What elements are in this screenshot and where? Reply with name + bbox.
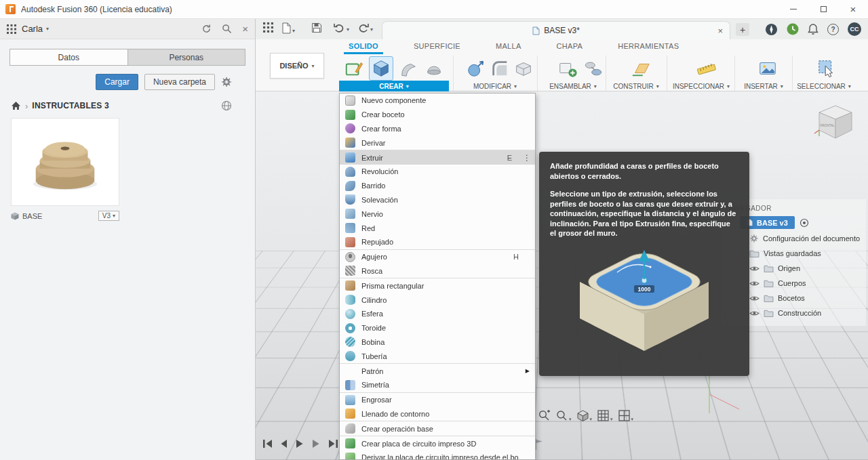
extrude-tool[interactable] bbox=[370, 57, 393, 80]
settings-gear-icon[interactable] bbox=[221, 77, 232, 87]
menu-item-web[interactable]: Red bbox=[340, 221, 535, 235]
group-dropdown-inspeccionar[interactable]: INSPECCIONAR▾ bbox=[670, 81, 732, 91]
item-name: BASE bbox=[22, 212, 42, 220]
save-icon[interactable] bbox=[311, 22, 322, 33]
menu-item-component[interactable]: Nuevo componente bbox=[340, 93, 535, 108]
revolve-tool[interactable] bbox=[422, 57, 446, 80]
group-dropdown-insertar[interactable]: INSERTAR▾ bbox=[736, 81, 791, 91]
menu-item-emboss[interactable]: Repujado bbox=[340, 235, 535, 249]
menu-item-thread[interactable]: Rosca bbox=[340, 264, 535, 278]
menu-item-mirror[interactable]: Simetría bbox=[340, 378, 535, 392]
maximize-button[interactable] bbox=[808, 0, 838, 18]
new-tab-button[interactable]: + bbox=[736, 23, 749, 36]
help-icon[interactable]: ? bbox=[827, 24, 839, 35]
visibility-eye-icon[interactable] bbox=[749, 265, 760, 272]
timeline-playback-controls[interactable] bbox=[260, 436, 342, 451]
ribbon-tab-malla[interactable]: MALLA bbox=[491, 39, 526, 54]
minimize-button[interactable] bbox=[778, 0, 808, 18]
close-tab-icon[interactable]: × bbox=[717, 26, 723, 35]
document-tab[interactable]: BASE v3* × bbox=[382, 21, 730, 39]
search-icon[interactable] bbox=[222, 24, 232, 34]
measure-tool[interactable] bbox=[695, 57, 718, 80]
menu-item-loft[interactable]: Solevación bbox=[340, 193, 535, 207]
project-name[interactable]: INSTRUCTABLES 3 bbox=[32, 101, 108, 110]
grid-settings-icon[interactable]: ▾ bbox=[597, 409, 613, 422]
part-cube-icon bbox=[11, 212, 19, 220]
close-button[interactable]: × bbox=[838, 0, 868, 18]
notifications-bell-icon[interactable] bbox=[808, 23, 818, 35]
close-panel-icon[interactable]: × bbox=[242, 24, 248, 34]
zoom-window-icon[interactable]: ▾ bbox=[555, 409, 572, 422]
globe-icon[interactable] bbox=[221, 100, 232, 111]
menu-item-pcb[interactable]: Crear placa de circuito impreso 3D bbox=[340, 436, 535, 451]
ribbon-tab-chapa[interactable]: CHAPA bbox=[552, 39, 588, 54]
ribbon-tab-herramientas[interactable]: HERRAMIENTAS bbox=[613, 39, 684, 54]
version-dropdown[interactable]: V3▾ bbox=[98, 211, 119, 221]
viewports-icon[interactable]: ▾ bbox=[618, 409, 634, 422]
tab-datos[interactable]: Datos bbox=[9, 49, 128, 66]
construction-plane-tool[interactable] bbox=[629, 57, 652, 80]
menu-item-box[interactable]: Prisma rectangular bbox=[340, 278, 535, 293]
menu-item-pcb-derive[interactable]: Derivar la placa de circuito impreso des… bbox=[340, 451, 535, 460]
extensions-compass-icon[interactable] bbox=[765, 23, 778, 36]
tab-personas[interactable]: Personas bbox=[128, 49, 246, 66]
group-dropdown-seleccionar[interactable]: SELECCIONAR▾ bbox=[795, 81, 853, 91]
menu-item-derive[interactable]: Derivar bbox=[340, 135, 535, 150]
press-pull-tool[interactable] bbox=[465, 57, 488, 80]
dimension-label: 1000 bbox=[638, 285, 651, 292]
joint-tool[interactable] bbox=[582, 57, 605, 80]
menu-item-base-feature[interactable]: Crear operación base bbox=[340, 421, 535, 436]
folder-icon bbox=[764, 309, 774, 317]
menu-item-form[interactable]: Crear forma bbox=[340, 122, 535, 136]
menu-item-torus[interactable]: Toroide bbox=[340, 321, 535, 335]
menu-item-rib[interactable]: Nervio bbox=[340, 207, 535, 221]
menu-item-coil[interactable]: Bobina bbox=[340, 335, 535, 350]
menu-item-sweep[interactable]: Barrido bbox=[340, 179, 535, 193]
display-settings-icon[interactable]: ▾ bbox=[576, 409, 593, 422]
user-menu[interactable]: Carla▾ bbox=[22, 24, 49, 34]
home-icon[interactable] bbox=[11, 101, 21, 110]
file-menu-icon[interactable]: ▾ bbox=[281, 22, 295, 34]
menu-item-hole[interactable]: Agujero H bbox=[340, 250, 535, 264]
menu-item-sketch[interactable]: Crear boceto bbox=[340, 108, 535, 122]
new-component-tool[interactable] bbox=[556, 57, 579, 80]
menu-item-cylinder[interactable]: Cilindro bbox=[340, 293, 535, 307]
select-tool[interactable] bbox=[815, 57, 838, 80]
user-avatar[interactable]: CC bbox=[848, 22, 861, 36]
create-sketch-tool[interactable] bbox=[342, 57, 366, 80]
refresh-icon[interactable] bbox=[201, 24, 212, 34]
view-cube[interactable]: FRONTAL bbox=[814, 102, 857, 145]
menu-item-revolve[interactable]: Revolución bbox=[340, 165, 535, 179]
fillet-tool[interactable] bbox=[488, 57, 511, 80]
ribbon-tab-solido[interactable]: SOLIDO bbox=[344, 39, 383, 54]
group-dropdown-construir[interactable]: CONSTRUIR▾ bbox=[609, 81, 663, 91]
job-status-icon[interactable] bbox=[787, 23, 799, 35]
activate-component-icon[interactable] bbox=[800, 218, 809, 228]
visibility-eye-icon[interactable] bbox=[749, 280, 760, 287]
project-item-card[interactable] bbox=[11, 118, 119, 206]
upload-button[interactable]: Cargar bbox=[96, 74, 138, 90]
group-dropdown-crear[interactable]: CREAR▾ bbox=[339, 81, 449, 91]
data-panel-toggle-icon[interactable] bbox=[263, 22, 273, 33]
workspace-selector[interactable]: DISEÑO▾ bbox=[270, 53, 324, 79]
shell-tool[interactable] bbox=[512, 57, 535, 80]
visibility-eye-icon[interactable] bbox=[749, 310, 760, 317]
visibility-eye-icon[interactable] bbox=[749, 295, 760, 302]
menu-item-pipe[interactable]: Tubería bbox=[340, 349, 535, 363]
group-dropdown-ensamblar[interactable]: ENSAMBLAR▾ bbox=[546, 81, 600, 91]
menu-item-pattern[interactable]: Patrón ▶ bbox=[340, 364, 535, 378]
insert-image-tool[interactable] bbox=[756, 57, 779, 80]
menu-item-sphere[interactable]: Esfera bbox=[340, 307, 535, 321]
group-dropdown-modificar[interactable]: MODIFICAR▾ bbox=[468, 81, 522, 91]
redo-icon[interactable]: ▾ bbox=[357, 22, 373, 33]
ribbon-tab-superficie[interactable]: SUPERFICIE bbox=[409, 39, 465, 54]
zoom-fit-icon[interactable] bbox=[538, 409, 551, 422]
new-folder-button[interactable]: Nueva carpeta bbox=[144, 74, 215, 90]
sweep-tool[interactable] bbox=[397, 57, 420, 80]
undo-icon[interactable]: ▾ bbox=[334, 22, 349, 33]
item-options-icon[interactable]: ⋮ bbox=[523, 153, 530, 163]
menu-item-extrude[interactable]: Extruir E ⋮ bbox=[340, 150, 535, 165]
menu-item-boundary[interactable]: Llenado de contorno bbox=[340, 407, 535, 421]
app-grid-icon[interactable] bbox=[7, 24, 16, 34]
menu-item-thicken[interactable]: Engrosar bbox=[340, 393, 535, 407]
